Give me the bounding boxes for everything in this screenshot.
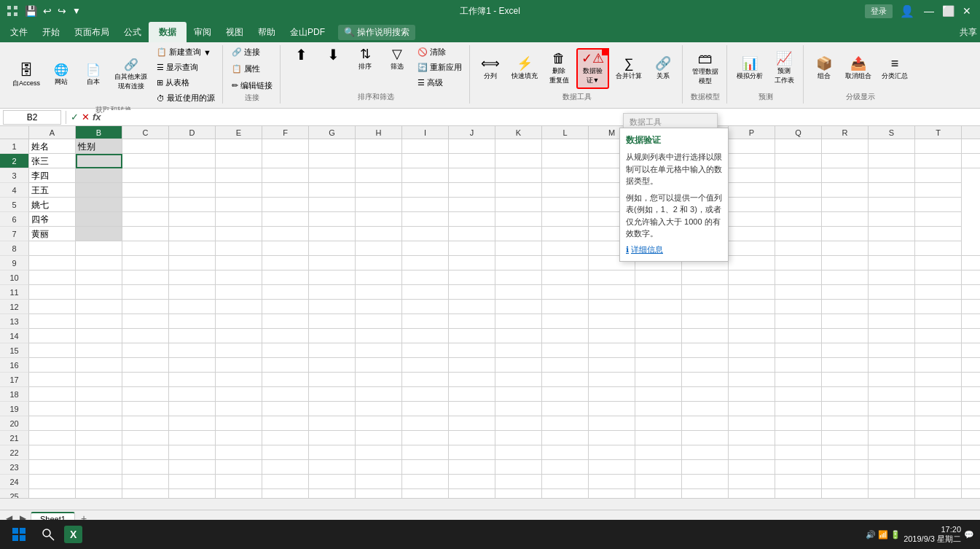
cell-B6[interactable] [76,212,122,227]
grid-cell[interactable] [169,270,216,285]
cell-I1[interactable] [402,139,449,154]
cell-S1[interactable] [869,139,915,154]
grid-cell[interactable] [589,445,635,460]
grid-cell[interactable] [822,343,869,358]
grid-cell[interactable] [542,329,589,343]
grid-cell[interactable] [635,445,682,460]
grid-cell[interactable] [76,373,122,387]
cell-G1[interactable] [309,139,356,154]
grid-cell[interactable] [542,373,589,387]
grid-cell[interactable] [822,489,869,498]
grid-cell[interactable] [775,358,822,373]
grid-cell[interactable] [449,241,495,256]
cell-H2[interactable] [356,154,402,168]
grid-cell[interactable] [962,314,980,329]
undo-icon[interactable]: ↩ [43,5,52,17]
grid-cell[interactable] [262,285,309,300]
grid-cell[interactable] [356,358,402,373]
col-header-E[interactable]: E [216,126,262,139]
from-web-btn[interactable]: 🌐 网站 [47,62,76,89]
grid-cell[interactable] [635,387,682,402]
subtotal-btn[interactable]: ≡ 分类汇总 [878,55,912,83]
grid-cell[interactable] [76,445,122,460]
reapply-btn[interactable]: 🔄 重新应用 [415,61,465,74]
grid-cell[interactable] [589,475,635,489]
cell-C2[interactable] [122,154,169,168]
cell-A6[interactable]: 四爷 [29,212,76,227]
grid-cell[interactable] [169,416,216,431]
grid-cell[interactable] [356,475,402,489]
grid-cell[interactable] [495,489,542,498]
grid-cell[interactable] [962,329,980,343]
grid-cell[interactable] [729,358,775,373]
grid-cell[interactable] [775,343,822,358]
grid-cell[interactable] [29,329,76,343]
grid-cell[interactable] [775,460,822,475]
grid-cell[interactable] [915,343,962,358]
info-link[interactable]: ℹ 详细信息 [626,244,722,255]
forecast-sheet-btn[interactable]: 📈 预测工作表 [769,50,799,87]
grid-cell[interactable] [589,373,635,387]
menu-pdf[interactable]: 金山PDF [283,23,332,42]
grid-cell[interactable] [542,358,589,373]
grid-cell[interactable] [869,416,915,431]
grid-cell[interactable] [635,373,682,387]
grid-cell[interactable] [309,402,356,416]
grid-cell[interactable] [915,431,962,445]
grid-cell[interactable] [682,314,729,329]
grid-cell[interactable] [402,445,449,460]
from-table-btn[interactable]: ⊞ 从表格 [154,76,218,90]
grid-cell[interactable] [449,285,495,300]
grid-cell[interactable] [635,300,682,314]
grid-cell[interactable] [635,343,682,358]
grid-cell[interactable] [589,270,635,285]
grid-cell[interactable] [262,270,309,285]
grid-cell[interactable] [635,329,682,343]
grid-cell[interactable] [682,431,729,445]
grid-cell[interactable] [542,285,589,300]
grid-cell[interactable] [402,343,449,358]
cell-B2[interactable] [76,154,122,168]
grid-cell[interactable] [495,373,542,387]
grid-cell[interactable] [29,314,76,329]
cell-I2[interactable] [402,154,449,168]
grid-cell[interactable] [216,241,262,256]
grid-cell[interactable] [216,489,262,498]
cell-S2[interactable] [869,154,915,168]
menu-layout[interactable]: 页面布局 [67,23,117,42]
grid-cell[interactable] [962,431,980,445]
manage-model-btn[interactable]: 🗃 管理数据模型 [689,49,722,88]
grid-cell[interactable] [309,241,356,256]
grid-cell[interactable] [682,329,729,343]
grid-cell[interactable] [122,402,169,416]
grid-cell[interactable] [915,314,962,329]
grid-cell[interactable] [216,373,262,387]
connect-btn[interactable]: 🔗 连接 [229,45,263,59]
grid-cell[interactable] [962,256,980,270]
grid-cell[interactable] [169,475,216,489]
grid-cell[interactable] [76,416,122,431]
grid-cell[interactable] [729,285,775,300]
grid-cell[interactable] [29,445,76,460]
grid-cell[interactable] [915,416,962,431]
grid-cell[interactable] [775,285,822,300]
recent-source-btn[interactable]: ⏱ 最近使用的源 [154,91,218,105]
grid-cell[interactable] [449,445,495,460]
grid-cell[interactable] [216,475,262,489]
grid-cell[interactable] [309,373,356,387]
grid-cell[interactable] [402,270,449,285]
grid-cell[interactable] [729,343,775,358]
grid-cell[interactable] [775,402,822,416]
search-box[interactable]: 🔍 操作说明搜索 [338,25,415,40]
grid-cell[interactable] [356,460,402,475]
grid-cell[interactable] [216,387,262,402]
grid-cell[interactable] [309,329,356,343]
grid-cell[interactable] [29,431,76,445]
grid-cell[interactable] [29,358,76,373]
grid-cell[interactable] [915,329,962,343]
grid-cell[interactable] [309,445,356,460]
grid-cell[interactable] [449,475,495,489]
grid-cell[interactable] [122,358,169,373]
grid-cell[interactable] [682,343,729,358]
menu-formula[interactable]: 公式 [117,23,149,42]
